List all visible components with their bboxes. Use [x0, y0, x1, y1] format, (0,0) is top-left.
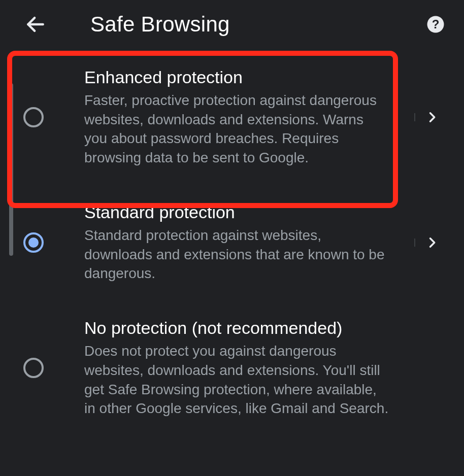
option-enhanced-text: Enhanced protection Faster, proactive pr… [49, 67, 414, 167]
option-standard-text: Standard protection Standard protection … [49, 202, 414, 283]
option-enhanced[interactable]: Enhanced protection Faster, proactive pr… [0, 50, 464, 185]
radio-enhanced-container[interactable] [18, 107, 49, 127]
option-enhanced-expand[interactable] [414, 110, 450, 124]
divider [414, 239, 415, 247]
svg-text:?: ? [432, 17, 440, 31]
help-icon: ? [426, 15, 445, 33]
radio-enhanced[interactable] [23, 107, 44, 127]
safe-browsing-screen: Safe Browsing ? Enhanced protection Fast… [0, 0, 464, 476]
option-enhanced-description: Faster, proactive protection against dan… [84, 91, 389, 167]
option-none-text: No protection (not recommended) Does not… [49, 318, 450, 418]
option-standard-description: Standard protection against websites, do… [84, 226, 389, 283]
radio-standard-container[interactable] [18, 232, 49, 253]
option-standard[interactable]: Standard protection Standard protection … [0, 185, 464, 300]
page-title: Safe Browsing [90, 12, 425, 37]
chevron-right-icon [425, 110, 439, 124]
chevron-right-icon [425, 235, 439, 250]
option-none-description: Does not protect you against dangerous w… [84, 342, 389, 418]
option-standard-expand[interactable] [414, 235, 450, 250]
radio-none[interactable] [23, 358, 44, 378]
divider [414, 113, 415, 121]
help-button[interactable]: ? [425, 14, 446, 35]
option-standard-title: Standard protection [84, 202, 409, 223]
option-none-title: No protection (not recommended) [84, 318, 445, 338]
options-list: Enhanced protection Faster, proactive pr… [0, 50, 464, 435]
radio-none-container[interactable] [18, 358, 49, 378]
back-arrow-icon [24, 13, 47, 36]
header: Safe Browsing ? [0, 4, 464, 45]
back-button[interactable] [24, 13, 55, 36]
option-none[interactable]: No protection (not recommended) Does not… [0, 300, 464, 435]
radio-standard[interactable] [23, 232, 44, 253]
option-enhanced-title: Enhanced protection [84, 67, 409, 88]
